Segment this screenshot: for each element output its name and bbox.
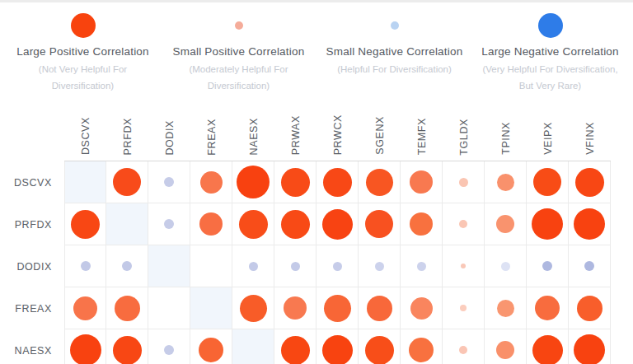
matrix-cell-naesx-vfinx[interactable] bbox=[569, 329, 611, 364]
matrix-cell-dscvx-freax[interactable] bbox=[190, 161, 232, 203]
matrix-cell-prfdx-tgldx[interactable] bbox=[443, 203, 485, 245]
legend-item-large-negative-correlation: Large Negative Correlation(Very Helpful … bbox=[472, 12, 628, 94]
matrix-cell-dscvx-tgldx[interactable] bbox=[443, 161, 485, 203]
column-header-label: VEIPX bbox=[542, 122, 554, 155]
matrix-cell-freax-naesx[interactable] bbox=[232, 287, 274, 329]
matrix-cell-dscvx-temfx[interactable] bbox=[401, 161, 443, 203]
correlation-dot bbox=[574, 208, 605, 240]
matrix-cell-dscvx-prwax[interactable] bbox=[274, 161, 316, 203]
matrix-cell-dodix-naesx[interactable] bbox=[232, 245, 274, 287]
correlation-dot bbox=[164, 345, 174, 355]
matrix-cell-dscvx-veipx[interactable] bbox=[527, 161, 569, 203]
matrix-cell-dscvx-tpinx[interactable] bbox=[485, 161, 527, 203]
matrix-cell-naesx-temfx[interactable] bbox=[401, 329, 443, 364]
matrix-cell-prfdx-freax[interactable] bbox=[190, 203, 232, 245]
correlation-legend: Large Positive Correlation(Not Very Help… bbox=[0, 2, 633, 94]
matrix-cell-freax-prwax[interactable] bbox=[274, 287, 316, 329]
matrix-cell-naesx-sgenx[interactable] bbox=[359, 329, 401, 364]
matrix-cell-dodix-prfdx[interactable] bbox=[106, 245, 148, 287]
matrix-cell-dscvx-naesx[interactable] bbox=[232, 161, 274, 203]
legend-item-large-positive-correlation: Large Positive Correlation(Not Very Help… bbox=[5, 12, 161, 94]
correlation-dot bbox=[365, 336, 394, 364]
matrix-cell-dodix-prwax[interactable] bbox=[274, 245, 316, 287]
legend-dot-wrap bbox=[161, 12, 316, 40]
matrix-cell-prfdx-dodix[interactable] bbox=[148, 203, 190, 245]
matrix-cell-naesx-dscvx[interactable] bbox=[64, 329, 106, 364]
matrix-cell-prfdx-sgenx[interactable] bbox=[359, 203, 401, 245]
matrix-cell-dscvx-dscvx[interactable] bbox=[64, 161, 106, 203]
matrix-cell-freax-veipx[interactable] bbox=[527, 287, 569, 329]
matrix-cell-naesx-dodix[interactable] bbox=[148, 329, 190, 364]
correlation-dot bbox=[164, 177, 174, 187]
correlation-dot bbox=[375, 262, 384, 271]
correlation-dot bbox=[459, 178, 468, 187]
column-header-tgldx: TGLDX bbox=[443, 102, 485, 161]
matrix-cell-dscvx-dodix[interactable] bbox=[148, 161, 190, 203]
matrix-cell-freax-temfx[interactable] bbox=[401, 287, 443, 329]
column-header-temfx: TEMFX bbox=[401, 102, 443, 161]
matrix-cell-freax-tpinx[interactable] bbox=[485, 287, 527, 329]
matrix-cell-naesx-naesx[interactable] bbox=[232, 329, 274, 364]
matrix-cell-freax-vfinx[interactable] bbox=[569, 287, 611, 329]
matrix-cell-dscvx-prwcx[interactable] bbox=[316, 161, 359, 203]
correlation-dot bbox=[323, 168, 352, 197]
matrix-cell-prfdx-prwcx[interactable] bbox=[316, 203, 359, 245]
matrix-cell-freax-freax[interactable] bbox=[190, 287, 232, 329]
matrix-cell-prfdx-prfdx[interactable] bbox=[106, 203, 148, 245]
correlation-dot bbox=[73, 296, 97, 320]
column-header-label: TGLDX bbox=[458, 119, 470, 156]
matrix-cell-dodix-freax[interactable] bbox=[190, 245, 232, 287]
correlation-dot bbox=[324, 295, 351, 322]
correlation-dot bbox=[366, 169, 393, 196]
correlation-dot bbox=[164, 219, 174, 229]
matrix-cell-naesx-prwcx[interactable] bbox=[316, 329, 359, 364]
correlation-dot bbox=[71, 210, 100, 239]
legend-dot-wrap bbox=[472, 12, 628, 40]
matrix-cell-prfdx-prwax[interactable] bbox=[274, 203, 316, 245]
matrix-cell-naesx-prwax[interactable] bbox=[274, 329, 316, 364]
correlation-dot bbox=[281, 336, 310, 364]
matrix-cell-dodix-temfx[interactable] bbox=[401, 245, 443, 287]
matrix-cell-dodix-dscvx[interactable] bbox=[64, 245, 106, 287]
matrix-cell-dodix-dodix[interactable] bbox=[148, 245, 190, 287]
matrix-cell-dodix-veipx[interactable] bbox=[527, 245, 569, 287]
matrix-cell-prfdx-tpinx[interactable] bbox=[485, 203, 527, 245]
matrix-cell-dscvx-prfdx[interactable] bbox=[106, 161, 148, 203]
matrix-cell-freax-dodix[interactable] bbox=[148, 287, 190, 329]
correlation-dot bbox=[574, 334, 605, 364]
matrix-cell-dscvx-sgenx[interactable] bbox=[359, 161, 401, 203]
matrix-cell-prfdx-naesx[interactable] bbox=[232, 203, 274, 245]
correlation-dot bbox=[240, 295, 267, 322]
matrix-cell-freax-sgenx[interactable] bbox=[359, 287, 401, 329]
column-header-freax: FREAX bbox=[190, 102, 232, 161]
matrix-cell-freax-prwcx[interactable] bbox=[316, 287, 359, 329]
column-header-label: PRWAX bbox=[290, 115, 302, 155]
matrix-cell-naesx-freax[interactable] bbox=[190, 329, 232, 364]
column-header-label: PRWCX bbox=[332, 114, 344, 155]
legend-item-small-negative-correlation: Small Negative Correlation(Helpful For D… bbox=[316, 12, 472, 94]
correlation-dot bbox=[122, 261, 132, 271]
matrix-cell-naesx-tgldx[interactable] bbox=[443, 329, 485, 364]
matrix-cell-prfdx-dscvx[interactable] bbox=[64, 203, 106, 245]
matrix-cell-prfdx-temfx[interactable] bbox=[401, 203, 443, 245]
correlation-dot bbox=[459, 346, 467, 354]
legend-dot-wrap bbox=[5, 12, 161, 40]
matrix-cell-freax-prfdx[interactable] bbox=[106, 287, 148, 329]
correlation-dot bbox=[410, 170, 433, 194]
correlation-dot bbox=[284, 296, 307, 320]
matrix-cell-dscvx-vfinx[interactable] bbox=[569, 161, 611, 203]
column-header-sgenx: SGENX bbox=[359, 102, 401, 161]
matrix-cell-naesx-prfdx[interactable] bbox=[106, 329, 148, 364]
matrix-cell-naesx-veipx[interactable] bbox=[527, 329, 569, 364]
matrix-cell-freax-tgldx[interactable] bbox=[443, 287, 485, 329]
matrix-cell-prfdx-veipx[interactable] bbox=[527, 203, 569, 245]
matrix-cell-naesx-tpinx[interactable] bbox=[485, 329, 527, 364]
matrix-cell-dodix-tgldx[interactable] bbox=[443, 245, 485, 287]
matrix-cell-dodix-vfinx[interactable] bbox=[569, 245, 611, 287]
column-header-label: PRFDX bbox=[122, 118, 134, 155]
matrix-cell-freax-dscvx[interactable] bbox=[64, 287, 106, 329]
matrix-cell-dodix-tpinx[interactable] bbox=[485, 245, 527, 287]
matrix-cell-dodix-prwcx[interactable] bbox=[316, 245, 359, 287]
matrix-cell-prfdx-vfinx[interactable] bbox=[569, 203, 611, 245]
matrix-cell-dodix-sgenx[interactable] bbox=[359, 245, 401, 287]
